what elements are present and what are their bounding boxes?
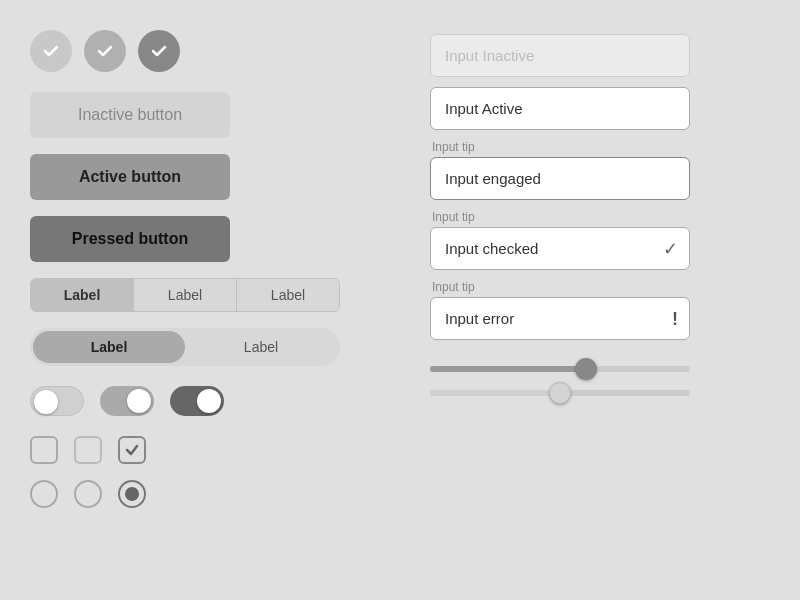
tab-1-item-2[interactable]: Label <box>237 279 339 311</box>
checkbox-checked[interactable] <box>118 436 146 464</box>
input-checked-group: Input tip ✓ <box>430 210 770 270</box>
input-checked[interactable] <box>430 227 690 270</box>
input-inactive[interactable] <box>430 34 690 77</box>
radios-row <box>30 480 390 508</box>
right-panel: Input tip Input tip ✓ Input tip ! <box>430 30 770 570</box>
toggle-off[interactable] <box>30 386 84 416</box>
tab-2-item-1[interactable]: Label <box>185 331 337 363</box>
slider-1-fill <box>430 366 586 372</box>
input-checked-wrapper: ✓ <box>430 227 690 270</box>
checkbox-unchecked-2[interactable] <box>74 436 102 464</box>
tab-1-item-1[interactable]: Label <box>134 279 237 311</box>
left-panel: Inactive button Active button Pressed bu… <box>30 30 390 570</box>
slider-1-thumb[interactable] <box>575 358 597 380</box>
input-error-wrapper: ! <box>430 297 690 340</box>
checkmark-icon: ✓ <box>663 238 678 260</box>
check-circle-dark[interactable] <box>138 30 180 72</box>
tab-1-item-0[interactable]: Label <box>31 279 134 311</box>
input-error[interactable] <box>430 297 690 340</box>
tab-2-item-0[interactable]: Label <box>33 331 185 363</box>
slider-1-track[interactable] <box>430 366 690 372</box>
checkboxes-row <box>30 436 390 464</box>
input-tip-1: Input tip <box>432 140 770 154</box>
input-tip-2: Input tip <box>432 210 770 224</box>
radio-dot <box>125 487 139 501</box>
input-error-group: Input tip ! <box>430 280 770 340</box>
input-engaged-group: Input tip <box>430 140 770 200</box>
radio-unchecked-1[interactable] <box>30 480 58 508</box>
pressed-button[interactable]: Pressed button <box>30 216 230 262</box>
input-active-group <box>430 87 770 130</box>
radio-selected[interactable] <box>118 480 146 508</box>
active-button[interactable]: Active button <box>30 154 230 200</box>
input-engaged[interactable] <box>430 157 690 200</box>
inactive-button[interactable]: Inactive button <box>30 92 230 138</box>
checkbox-unchecked-1[interactable] <box>30 436 58 464</box>
check-circle-mid[interactable] <box>84 30 126 72</box>
input-active[interactable] <box>430 87 690 130</box>
check-circles-row <box>30 30 390 72</box>
slider-2-fill <box>430 390 560 396</box>
toggle-mid[interactable] <box>100 386 154 416</box>
input-inactive-group <box>430 34 770 77</box>
error-icon: ! <box>672 308 678 329</box>
toggles-row <box>30 386 390 416</box>
radio-unchecked-2[interactable] <box>74 480 102 508</box>
input-tip-3: Input tip <box>432 280 770 294</box>
tab-group-2: Label Label <box>30 328 340 366</box>
toggle-knob-on <box>197 389 221 413</box>
toggle-on[interactable] <box>170 386 224 416</box>
tab-group-1: Label Label Label <box>30 278 340 312</box>
toggle-knob-off <box>34 390 58 414</box>
sliders-section <box>430 362 770 396</box>
slider-2-track[interactable] <box>430 390 690 396</box>
slider-2-thumb[interactable] <box>549 382 571 404</box>
check-circle-light[interactable] <box>30 30 72 72</box>
toggle-knob-mid <box>127 389 151 413</box>
